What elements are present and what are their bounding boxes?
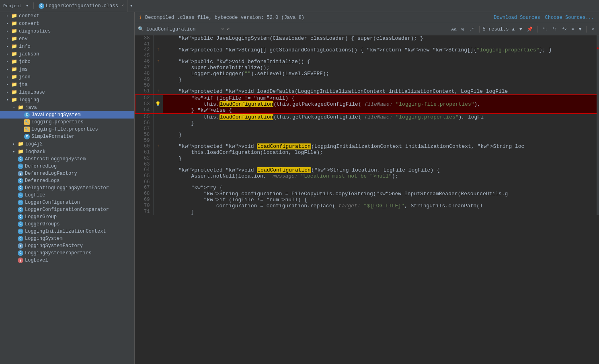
- search-controls: Aa W .* 5 results ▲ ▼ 📌 ⁴↓ ⁴↑ ⁴✕ ≡ ▼ ✕: [450, 26, 596, 33]
- line-code-41: [163, 41, 599, 47]
- sidebar-item-25[interactable]: CLoggerConfiguration: [0, 199, 134, 206]
- line-code-58: }: [163, 132, 599, 138]
- code-line-38: 38 "kw">public JavaLoggingSystem(ClassLo…: [135, 35, 599, 41]
- close-search-button[interactable]: ✕: [590, 26, 596, 33]
- decompiled-message: Decompiled .class file, bytecode version…: [145, 15, 304, 20]
- sidebar-item-10[interactable]: ▸📁liquibase: [0, 88, 134, 96]
- next-result-button[interactable]: ▼: [518, 26, 524, 33]
- pin-button[interactable]: 📌: [525, 26, 534, 33]
- sidebar-item-12[interactable]: ▾📁java: [0, 104, 134, 111]
- sidebar-item-19[interactable]: CAbstractLoggingSystem: [0, 155, 134, 163]
- line-code-60: "kw">protected "kw">void loadConfigurati…: [163, 143, 599, 149]
- sidebar-item-label-32: LoggingSystemProperties: [25, 250, 92, 256]
- sidebar-item-8[interactable]: ▸📁json: [0, 73, 134, 81]
- sidebar-item-22[interactable]: CDeferredLogs: [0, 177, 134, 184]
- toolbar-button4[interactable]: ≡: [570, 26, 576, 32]
- line-gutter-56: [153, 120, 163, 126]
- line-gutter-50: [153, 83, 163, 88]
- line-number-64: 64: [135, 167, 153, 173]
- line-code-42: "kw">protected "kw">String[] getStandard…: [163, 47, 599, 53]
- match-case-button[interactable]: Aa: [450, 26, 458, 33]
- sidebar-item-20[interactable]: CDeferredLog: [0, 163, 134, 170]
- line-code-38: "kw">public JavaLoggingSystem(ClassLoade…: [163, 35, 599, 41]
- arrow-up-icon: ↑: [157, 47, 160, 52]
- line-number-46: 46: [135, 59, 153, 65]
- sidebar-item-6[interactable]: ▸📁jdbc: [0, 58, 134, 65]
- line-gutter-59: [153, 138, 163, 143]
- sidebar-item-17[interactable]: ▸📁log4j2: [0, 140, 134, 148]
- sidebar-item-24[interactable]: CLogFile: [0, 192, 134, 199]
- line-number-50: 50: [135, 83, 153, 88]
- line-gutter-49: [153, 77, 163, 83]
- line-code-70: configuration = configuration.replace( t…: [163, 203, 599, 209]
- folder-arrow-icon: ▸: [6, 75, 11, 79]
- sidebar-item-4[interactable]: ▸📁info: [0, 43, 134, 50]
- sidebar-item-5[interactable]: ▸📁jackson: [0, 50, 134, 58]
- sidebar-tree: ▸📁context▸📁convert▸📁diagnostics▸📁env▸📁in…: [0, 12, 134, 264]
- project-dropdown-arrow[interactable]: ▾: [24, 2, 30, 9]
- line-number-54: 54: [135, 107, 153, 114]
- code-line-66: 66: [135, 179, 599, 185]
- clear-search-button[interactable]: ✕: [221, 26, 224, 32]
- sidebar-item-21[interactable]: IDeferredLogFactory: [0, 170, 134, 177]
- sidebar-item-18[interactable]: ▸📁logback: [0, 148, 134, 155]
- toolbar-button2[interactable]: ⁴↑: [551, 26, 559, 33]
- line-code-46: "kw">public "kw">void beforeInitialize()…: [163, 59, 599, 65]
- sidebar-item-label-13: JavaLoggingSystem: [31, 112, 80, 118]
- code-line-48: 48 Logger.getLogger("").setLevel(Level.S…: [135, 71, 599, 77]
- sidebar-item-33[interactable]: ELogLevel: [0, 257, 134, 264]
- sidebar-item-27[interactable]: CLoggerGroup: [0, 213, 134, 221]
- sidebar-item-30[interactable]: CLoggingSystem: [0, 235, 134, 242]
- choose-sources-link[interactable]: Choose Sources...: [545, 15, 594, 20]
- sidebar-item-14[interactable]: 🔧logging.properties: [0, 119, 134, 126]
- sidebar-item-13[interactable]: CJavaLoggingSystem: [0, 111, 134, 119]
- sidebar-item-26[interactable]: CLoggerConfigurationComparator: [0, 206, 134, 213]
- prev-result-button[interactable]: ▲: [510, 26, 516, 33]
- code-line-67: 67 "kw">try {: [135, 185, 599, 191]
- sidebar-item-7[interactable]: ▸📁jms: [0, 65, 134, 73]
- sidebar-item-23[interactable]: CDelegatingLoggingSystemFactor: [0, 184, 134, 192]
- line-code-63: [163, 162, 599, 167]
- regex-button[interactable]: .*: [467, 26, 476, 33]
- line-code-68: "kw">String configuration = FileCopyUtil…: [163, 191, 599, 197]
- sidebar-item-label-7: jms: [19, 67, 28, 72]
- code-line-42: 42↑ "kw">protected "kw">String[] getStan…: [135, 47, 599, 53]
- sidebar-item-1[interactable]: ▸📁convert: [0, 20, 134, 27]
- search-back-button[interactable]: ↶: [226, 26, 230, 33]
- more-tabs-button[interactable]: ▾: [127, 3, 135, 9]
- line-number-49: 49: [135, 77, 153, 83]
- toolbar-button1[interactable]: ⁴↓: [541, 26, 549, 33]
- sidebar-item-31[interactable]: ILoggingSystemFactory: [0, 242, 134, 249]
- sidebar-item-label-17: log4j2: [25, 141, 43, 147]
- search-bar: 🔍 ✕ ↶ Aa W .* 5 results ▲ ▼ 📌 ⁴↓ ⁴↑ ⁴✕ ≡…: [135, 23, 599, 35]
- tab-tab3[interactable]: CLoggerConfiguration.class×: [35, 0, 127, 12]
- tab-bar: Project ▾ PgSystemFactory.class×CLogFile…: [0, 0, 599, 12]
- sidebar-item-32[interactable]: CLoggingSystemProperties: [0, 249, 134, 257]
- sidebar-item-3[interactable]: ▸📁env: [0, 35, 134, 43]
- code-line-51: 51↑ "kw">protected "kw">void loadDefault…: [135, 88, 599, 95]
- tab-close-tab3[interactable]: ×: [121, 4, 124, 8]
- download-sources-link[interactable]: Download Sources: [494, 15, 540, 20]
- code-area[interactable]: 38 "kw">public JavaLoggingSystem(ClassLo…: [135, 35, 599, 364]
- folder-icon: 📁: [18, 149, 24, 155]
- sidebar-item-11[interactable]: ▾📁logging: [0, 96, 134, 104]
- sidebar-item-9[interactable]: ▸📁jta: [0, 81, 134, 88]
- sidebar-item-15[interactable]: 🔧logging-file.properties: [0, 126, 134, 133]
- line-code-65: Assert.notNull(location, message: "Locat…: [163, 173, 599, 179]
- sidebar-item-2[interactable]: ▸📁diagnostics: [0, 27, 134, 35]
- sidebar-item-16[interactable]: CSimpleFormatter: [0, 133, 134, 140]
- project-header[interactable]: Project ▾: [2, 2, 34, 9]
- sidebar-item-label-10: liquibase: [19, 90, 45, 95]
- sidebar-item-0[interactable]: ▸📁context: [0, 12, 134, 20]
- whole-word-button[interactable]: W: [460, 26, 466, 33]
- info-bar-left: ℹ Decompiled .class file, bytecode versi…: [139, 15, 304, 20]
- line-code-54: } "kw">else {: [163, 107, 599, 114]
- folder-icon: 📁: [11, 13, 17, 19]
- folder-arrow-icon: ▸: [6, 37, 11, 41]
- toolbar-button3[interactable]: ⁴✕: [560, 26, 568, 33]
- search-input[interactable]: [146, 27, 219, 32]
- code-table: 38 "kw">public JavaLoggingSystem(ClassLo…: [135, 35, 599, 215]
- filter-button[interactable]: ▼: [577, 26, 583, 33]
- sidebar-item-28[interactable]: CLoggerGroups: [0, 221, 134, 228]
- sidebar-item-29[interactable]: CLoggingInitializationContext: [0, 228, 134, 235]
